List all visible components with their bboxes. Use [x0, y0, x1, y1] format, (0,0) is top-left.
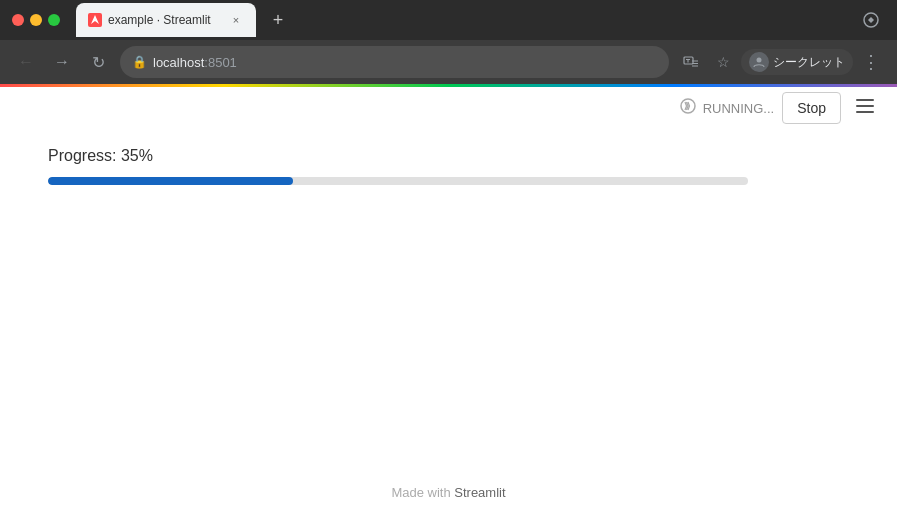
reload-button[interactable]: ↻	[84, 48, 112, 76]
profile-avatar	[749, 52, 769, 72]
lock-icon: 🔒	[132, 55, 147, 69]
browser-tab[interactable]: example · Streamlit ×	[76, 3, 256, 37]
svg-rect-4	[856, 99, 874, 101]
tab-favicon-icon	[88, 13, 102, 27]
running-icon	[679, 97, 697, 119]
close-window-button[interactable]	[12, 14, 24, 26]
progress-label: Progress: 35%	[48, 147, 849, 165]
svg-rect-6	[856, 111, 874, 113]
title-bar-right	[300, 6, 885, 34]
footer-prefix: Made with	[391, 485, 454, 500]
profile-button[interactable]: シークレット	[741, 49, 853, 75]
forward-button[interactable]: →	[48, 48, 76, 76]
url-text: localhost:8501	[153, 55, 237, 70]
browser-window: example · Streamlit × + ← →	[0, 0, 897, 512]
hamburger-icon	[856, 99, 874, 117]
progress-fill	[48, 177, 293, 185]
browser-chrome: example · Streamlit × + ← →	[0, 0, 897, 84]
back-button[interactable]: ←	[12, 48, 40, 76]
progress-track	[48, 177, 748, 185]
browser-more-button[interactable]: ⋮	[857, 48, 885, 76]
maximize-window-button[interactable]	[48, 14, 60, 26]
streamlit-toolbar: RUNNING... Stop	[663, 84, 897, 132]
back-icon: ←	[18, 53, 34, 71]
bookmark-icon: ☆	[717, 54, 730, 70]
new-tab-button[interactable]: +	[264, 6, 292, 34]
streamlit-link[interactable]: Streamlit	[454, 485, 505, 500]
tab-title: example · Streamlit	[108, 13, 222, 27]
svg-rect-5	[856, 105, 874, 107]
app-area: RUNNING... Stop Progress: 35%	[0, 84, 897, 512]
bookmark-button[interactable]: ☆	[709, 48, 737, 76]
hamburger-menu-button[interactable]	[849, 92, 881, 124]
minimize-window-button[interactable]	[30, 14, 42, 26]
more-icon: ⋮	[862, 51, 880, 73]
reload-icon: ↻	[92, 53, 105, 72]
stop-button[interactable]: Stop	[782, 92, 841, 124]
running-label: RUNNING...	[703, 101, 775, 116]
app-footer: Made with Streamlit	[0, 485, 897, 500]
running-status: RUNNING...	[679, 97, 775, 119]
forward-icon: →	[54, 53, 70, 71]
translate-button[interactable]	[677, 48, 705, 76]
address-bar: ← → ↻ 🔒 localhost:8501	[0, 40, 897, 84]
title-bar: example · Streamlit × +	[0, 0, 897, 40]
tab-close-button[interactable]: ×	[228, 12, 244, 28]
window-controls	[12, 14, 60, 26]
browser-extension-icon[interactable]	[857, 6, 885, 34]
profile-label: シークレット	[773, 54, 845, 71]
url-bar[interactable]: 🔒 localhost:8501	[120, 46, 669, 78]
svg-point-2	[757, 58, 762, 63]
address-bar-actions: ☆ シークレット ⋮	[677, 48, 885, 76]
